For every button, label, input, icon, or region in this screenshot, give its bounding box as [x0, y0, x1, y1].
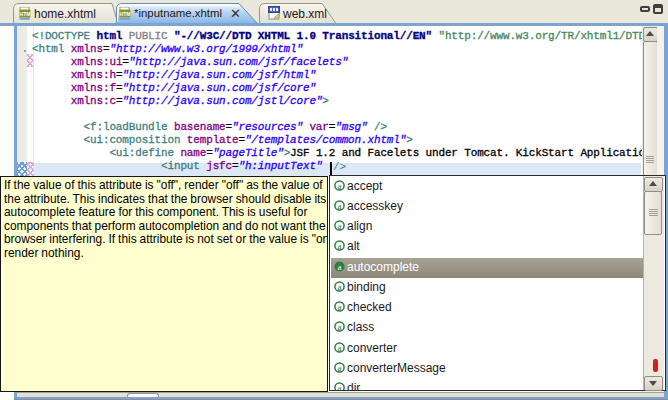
svg-text:HTM: HTM [20, 11, 31, 17]
svg-text:a: a [338, 180, 342, 190]
svg-text:a: a [338, 342, 342, 352]
svg-text:a: a [338, 322, 342, 332]
svg-text:a: a [338, 302, 342, 312]
svg-text:a: a [338, 362, 342, 372]
svg-text:a: a [338, 221, 342, 231]
svg-text:a: a [338, 281, 342, 291]
svg-text:HTM: HTM [120, 11, 131, 17]
svg-text:a: a [338, 383, 342, 391]
svg-text:a: a [338, 261, 342, 271]
svg-text:a: a [338, 200, 342, 210]
svg-text:a: a [338, 241, 342, 251]
